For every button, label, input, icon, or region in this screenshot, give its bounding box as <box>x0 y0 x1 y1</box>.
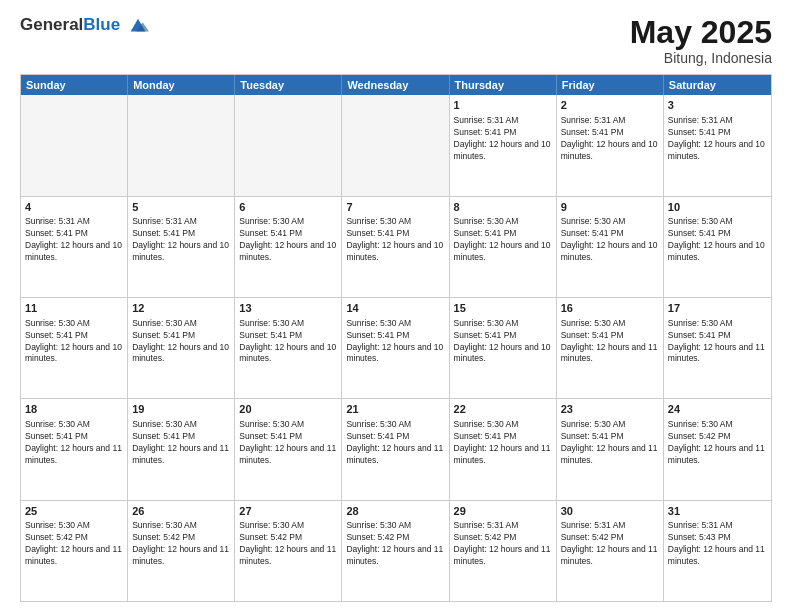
cal-cell: 8Sunrise: 5:30 AMSunset: 5:41 PMDaylight… <box>450 197 557 297</box>
cell-info: Sunrise: 5:30 AMSunset: 5:42 PMDaylight:… <box>132 520 230 568</box>
page: GeneralBlue May 2025 Bitung, Indonesia S… <box>0 0 792 612</box>
cal-cell <box>128 95 235 195</box>
cal-cell: 28Sunrise: 5:30 AMSunset: 5:42 PMDayligh… <box>342 501 449 601</box>
cell-info: Sunrise: 5:30 AMSunset: 5:41 PMDaylight:… <box>25 318 123 366</box>
cal-header-saturday: Saturday <box>664 75 771 95</box>
cal-cell: 30Sunrise: 5:31 AMSunset: 5:42 PMDayligh… <box>557 501 664 601</box>
day-number: 21 <box>346 402 444 417</box>
cell-info: Sunrise: 5:30 AMSunset: 5:42 PMDaylight:… <box>239 520 337 568</box>
title-block: May 2025 Bitung, Indonesia <box>630 15 772 66</box>
cell-info: Sunrise: 5:30 AMSunset: 5:41 PMDaylight:… <box>239 318 337 366</box>
cell-info: Sunrise: 5:30 AMSunset: 5:41 PMDaylight:… <box>454 318 552 366</box>
day-number: 30 <box>561 504 659 519</box>
day-number: 7 <box>346 200 444 215</box>
cell-info: Sunrise: 5:30 AMSunset: 5:41 PMDaylight:… <box>132 318 230 366</box>
cell-info: Sunrise: 5:30 AMSunset: 5:41 PMDaylight:… <box>561 216 659 264</box>
cell-info: Sunrise: 5:30 AMSunset: 5:42 PMDaylight:… <box>668 419 767 467</box>
day-number: 16 <box>561 301 659 316</box>
calendar: SundayMondayTuesdayWednesdayThursdayFrid… <box>20 74 772 602</box>
day-number: 19 <box>132 402 230 417</box>
cal-header-friday: Friday <box>557 75 664 95</box>
header: GeneralBlue May 2025 Bitung, Indonesia <box>20 15 772 66</box>
cell-info: Sunrise: 5:31 AMSunset: 5:42 PMDaylight:… <box>454 520 552 568</box>
cell-info: Sunrise: 5:30 AMSunset: 5:41 PMDaylight:… <box>561 318 659 366</box>
day-number: 27 <box>239 504 337 519</box>
day-number: 14 <box>346 301 444 316</box>
cal-cell: 26Sunrise: 5:30 AMSunset: 5:42 PMDayligh… <box>128 501 235 601</box>
cal-header-sunday: Sunday <box>21 75 128 95</box>
day-number: 22 <box>454 402 552 417</box>
logo: GeneralBlue <box>20 15 149 37</box>
cell-info: Sunrise: 5:30 AMSunset: 5:41 PMDaylight:… <box>346 419 444 467</box>
day-number: 13 <box>239 301 337 316</box>
cal-week-3: 11Sunrise: 5:30 AMSunset: 5:41 PMDayligh… <box>21 297 771 398</box>
cal-cell: 19Sunrise: 5:30 AMSunset: 5:41 PMDayligh… <box>128 399 235 499</box>
cal-cell: 11Sunrise: 5:30 AMSunset: 5:41 PMDayligh… <box>21 298 128 398</box>
cal-cell: 24Sunrise: 5:30 AMSunset: 5:42 PMDayligh… <box>664 399 771 499</box>
day-number: 6 <box>239 200 337 215</box>
cal-cell: 4Sunrise: 5:31 AMSunset: 5:41 PMDaylight… <box>21 197 128 297</box>
logo-blue: Blue <box>83 15 120 34</box>
cal-header-wednesday: Wednesday <box>342 75 449 95</box>
day-number: 10 <box>668 200 767 215</box>
cell-info: Sunrise: 5:30 AMSunset: 5:41 PMDaylight:… <box>346 318 444 366</box>
day-number: 9 <box>561 200 659 215</box>
cell-info: Sunrise: 5:30 AMSunset: 5:41 PMDaylight:… <box>561 419 659 467</box>
cal-cell: 10Sunrise: 5:30 AMSunset: 5:41 PMDayligh… <box>664 197 771 297</box>
day-number: 31 <box>668 504 767 519</box>
day-number: 29 <box>454 504 552 519</box>
cell-info: Sunrise: 5:31 AMSunset: 5:42 PMDaylight:… <box>561 520 659 568</box>
cell-info: Sunrise: 5:30 AMSunset: 5:41 PMDaylight:… <box>346 216 444 264</box>
cal-week-5: 25Sunrise: 5:30 AMSunset: 5:42 PMDayligh… <box>21 500 771 601</box>
day-number: 20 <box>239 402 337 417</box>
cal-cell: 1Sunrise: 5:31 AMSunset: 5:41 PMDaylight… <box>450 95 557 195</box>
cal-week-1: 1Sunrise: 5:31 AMSunset: 5:41 PMDaylight… <box>21 95 771 195</box>
cal-cell: 15Sunrise: 5:30 AMSunset: 5:41 PMDayligh… <box>450 298 557 398</box>
day-number: 2 <box>561 98 659 113</box>
cell-info: Sunrise: 5:30 AMSunset: 5:41 PMDaylight:… <box>454 419 552 467</box>
cal-cell: 17Sunrise: 5:30 AMSunset: 5:41 PMDayligh… <box>664 298 771 398</box>
cal-week-4: 18Sunrise: 5:30 AMSunset: 5:41 PMDayligh… <box>21 398 771 499</box>
cell-info: Sunrise: 5:31 AMSunset: 5:41 PMDaylight:… <box>454 115 552 163</box>
cal-cell: 16Sunrise: 5:30 AMSunset: 5:41 PMDayligh… <box>557 298 664 398</box>
cal-cell: 14Sunrise: 5:30 AMSunset: 5:41 PMDayligh… <box>342 298 449 398</box>
cal-cell: 2Sunrise: 5:31 AMSunset: 5:41 PMDaylight… <box>557 95 664 195</box>
cal-cell: 3Sunrise: 5:31 AMSunset: 5:41 PMDaylight… <box>664 95 771 195</box>
day-number: 11 <box>25 301 123 316</box>
logo-general: General <box>20 15 83 34</box>
cal-cell: 31Sunrise: 5:31 AMSunset: 5:43 PMDayligh… <box>664 501 771 601</box>
cal-week-2: 4Sunrise: 5:31 AMSunset: 5:41 PMDaylight… <box>21 196 771 297</box>
cal-cell <box>21 95 128 195</box>
cell-info: Sunrise: 5:30 AMSunset: 5:41 PMDaylight:… <box>668 216 767 264</box>
cal-cell: 27Sunrise: 5:30 AMSunset: 5:42 PMDayligh… <box>235 501 342 601</box>
cell-info: Sunrise: 5:30 AMSunset: 5:42 PMDaylight:… <box>25 520 123 568</box>
calendar-header: SundayMondayTuesdayWednesdayThursdayFrid… <box>21 75 771 95</box>
cell-info: Sunrise: 5:31 AMSunset: 5:41 PMDaylight:… <box>561 115 659 163</box>
cal-cell: 23Sunrise: 5:30 AMSunset: 5:41 PMDayligh… <box>557 399 664 499</box>
cal-cell: 20Sunrise: 5:30 AMSunset: 5:41 PMDayligh… <box>235 399 342 499</box>
cell-info: Sunrise: 5:30 AMSunset: 5:41 PMDaylight:… <box>239 419 337 467</box>
day-number: 12 <box>132 301 230 316</box>
day-number: 4 <box>25 200 123 215</box>
cal-cell: 22Sunrise: 5:30 AMSunset: 5:41 PMDayligh… <box>450 399 557 499</box>
cal-cell: 5Sunrise: 5:31 AMSunset: 5:41 PMDaylight… <box>128 197 235 297</box>
title-month: May 2025 <box>630 15 772 50</box>
cell-info: Sunrise: 5:30 AMSunset: 5:41 PMDaylight:… <box>454 216 552 264</box>
cal-cell: 9Sunrise: 5:30 AMSunset: 5:41 PMDaylight… <box>557 197 664 297</box>
day-number: 17 <box>668 301 767 316</box>
calendar-body: 1Sunrise: 5:31 AMSunset: 5:41 PMDaylight… <box>21 95 771 601</box>
day-number: 8 <box>454 200 552 215</box>
cell-info: Sunrise: 5:30 AMSunset: 5:42 PMDaylight:… <box>346 520 444 568</box>
cell-info: Sunrise: 5:31 AMSunset: 5:43 PMDaylight:… <box>668 520 767 568</box>
cell-info: Sunrise: 5:31 AMSunset: 5:41 PMDaylight:… <box>132 216 230 264</box>
day-number: 5 <box>132 200 230 215</box>
cal-cell <box>235 95 342 195</box>
cal-cell <box>342 95 449 195</box>
logo-icon <box>127 15 149 37</box>
cal-cell: 21Sunrise: 5:30 AMSunset: 5:41 PMDayligh… <box>342 399 449 499</box>
day-number: 1 <box>454 98 552 113</box>
cal-cell: 6Sunrise: 5:30 AMSunset: 5:41 PMDaylight… <box>235 197 342 297</box>
cell-info: Sunrise: 5:30 AMSunset: 5:41 PMDaylight:… <box>132 419 230 467</box>
cell-info: Sunrise: 5:31 AMSunset: 5:41 PMDaylight:… <box>668 115 767 163</box>
day-number: 24 <box>668 402 767 417</box>
